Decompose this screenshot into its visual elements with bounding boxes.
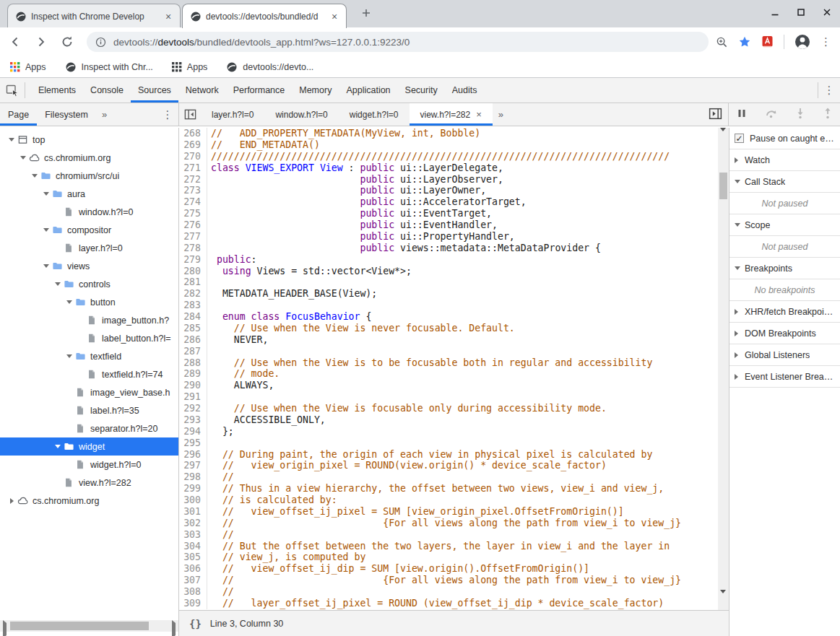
tab-memory[interactable]: Memory — [292, 78, 339, 103]
bookmark-item[interactable]: devtools://devto... — [226, 61, 313, 73]
code-text[interactable]: // layer_offset_ij_pixel = ROUND (view_o… — [207, 598, 664, 609]
code-text[interactable]: public ui::EventHandler, — [207, 219, 498, 231]
line-number[interactable]: 278 — [179, 243, 207, 254]
tree-item[interactable]: image_view_base.h — [0, 383, 178, 401]
bookmark-item[interactable]: Apps — [10, 62, 46, 72]
tab-network[interactable]: Network — [178, 78, 226, 103]
scrollbar-thumb[interactable] — [719, 173, 727, 199]
code-text[interactable]: // view_origin_pixel = ROUND(view.origin… — [207, 460, 607, 471]
line-number[interactable]: 309 — [179, 598, 207, 609]
tab-close-icon[interactable]: × — [329, 11, 340, 22]
browser-menu-button[interactable]: ⋮ — [820, 35, 831, 48]
navigator-tab-filesystem[interactable]: Filesystem — [37, 103, 96, 126]
section-header-event-listener-breakpoints[interactable]: Event Listener Breakpoints — [729, 366, 840, 388]
code-text[interactable]: ALWAYS, — [207, 380, 274, 391]
editor-tab[interactable]: view.h?l=282× — [410, 103, 493, 126]
zoom-icon[interactable] — [716, 36, 728, 48]
scroll-up-arrow[interactable] — [720, 131, 726, 144]
line-number[interactable]: 302 — [179, 518, 207, 529]
line-number[interactable]: 272 — [179, 174, 207, 186]
tree-item[interactable]: label_button.h?l= — [0, 329, 178, 347]
line-number[interactable]: 268 — [179, 128, 207, 139]
code-text[interactable]: // — [207, 471, 234, 483]
code-text[interactable]: // mode. — [207, 368, 280, 380]
editor-tab[interactable]: widget.h?l=0 — [339, 103, 410, 126]
line-number[interactable]: 284 — [179, 311, 207, 323]
tree-item[interactable]: window.h?l=0 — [0, 203, 178, 221]
line-number[interactable]: 281 — [179, 276, 207, 288]
code-text[interactable]: // view_j, is computed by — [207, 552, 365, 563]
tree-item[interactable]: top — [0, 131, 178, 149]
line-number[interactable]: 277 — [179, 231, 207, 243]
step-over-button[interactable] — [765, 108, 778, 122]
browser-tab[interactable]: Inspect with Chrome Develop× — [7, 4, 181, 28]
bookmark-item[interactable]: Apps — [172, 62, 208, 72]
line-number[interactable]: 290 — [179, 380, 207, 391]
minimize-button[interactable] — [771, 6, 779, 15]
line-number[interactable]: 285 — [179, 323, 207, 334]
line-number[interactable]: 276 — [179, 219, 207, 231]
line-number[interactable]: 299 — [179, 483, 207, 495]
tree-item[interactable]: cs.chromium.org — [0, 149, 178, 167]
line-number[interactable]: 294 — [179, 426, 207, 437]
code-text[interactable]: // {For all views along the path from vi… — [207, 518, 681, 529]
line-number[interactable]: 291 — [179, 391, 207, 403]
navigator-horizontal-scrollbar[interactable] — [0, 620, 178, 632]
line-number[interactable]: 282 — [179, 288, 207, 300]
bookmark-star-icon[interactable] — [738, 35, 751, 48]
tree-item[interactable]: label.h?l=35 — [0, 401, 178, 419]
code-text[interactable]: // ADD_PROPERTY_METADATA(MyView, int, Bo… — [207, 128, 480, 139]
line-number[interactable]: 274 — [179, 196, 207, 208]
address-bar[interactable]: devtools://devtools/bundled/devtools_app… — [87, 32, 709, 52]
tree-item[interactable]: compositor — [0, 221, 178, 239]
scroll-left-arrow[interactable] — [3, 623, 7, 636]
maximize-button[interactable] — [797, 6, 805, 15]
tree-item[interactable]: controls — [0, 275, 178, 293]
line-number[interactable]: 289 — [179, 368, 207, 380]
line-number[interactable]: 286 — [179, 334, 207, 346]
line-number[interactable]: 283 — [179, 300, 207, 311]
pause-script-button[interactable] — [736, 108, 748, 122]
code-text[interactable]: // Use when the View is never focusable.… — [207, 323, 515, 334]
tab-security[interactable]: Security — [398, 78, 445, 103]
section-header-breakpoints[interactable]: Breakpoints — [729, 258, 840, 279]
code-text[interactable]: // view_offset_ij_pixel = SUM [view_orig… — [207, 506, 624, 518]
code-text[interactable]: using Views = std::vector<View*>; — [207, 266, 412, 277]
tab-sources[interactable]: Sources — [131, 78, 178, 103]
editor-tab[interactable]: layer.h?l=0 — [201, 103, 264, 126]
code-text[interactable]: class VIEWS_EXPORT View : public ui::Lay… — [207, 162, 503, 174]
line-number[interactable]: 304 — [179, 541, 207, 552]
tree-item[interactable]: aura — [0, 185, 178, 203]
extension-icon[interactable] — [761, 35, 774, 48]
line-number[interactable]: 287 — [179, 346, 207, 357]
code-text[interactable]: ACCESSIBLE_ONLY, — [207, 414, 326, 426]
code-text[interactable]: // Thus in a view hierarchy, the offset … — [207, 483, 664, 495]
code-text[interactable]: enum class FocusBehavior { — [207, 311, 371, 323]
tree-item[interactable]: separator.h?l=20 — [0, 419, 178, 437]
tab-close-icon[interactable]: × — [476, 109, 482, 120]
tree-item[interactable]: widget.h?l=0 — [0, 456, 178, 474]
tree-item[interactable]: cs.chromium.org — [0, 492, 178, 510]
code-text[interactable]: public views::metadata::MetaDataProvider… — [207, 243, 601, 254]
section-header-call-stack[interactable]: Call Stack — [729, 171, 840, 193]
line-number[interactable]: 306 — [179, 563, 207, 575]
code-text[interactable]: public ui::LayerObserver, — [207, 174, 503, 186]
more-editor-tabs-button[interactable]: » — [493, 103, 509, 126]
tab-elements[interactable]: Elements — [31, 78, 83, 103]
tree-item[interactable]: textfield.h?l=74 — [0, 365, 178, 383]
code-text[interactable]: public: — [207, 254, 257, 266]
line-number[interactable]: 307 — [179, 575, 207, 586]
code-text[interactable]: // — [207, 529, 234, 541]
code-text[interactable]: // Use when the View is to be focusable … — [207, 357, 652, 369]
code-text[interactable] — [207, 346, 211, 357]
tab-audits[interactable]: Audits — [445, 78, 485, 103]
line-number[interactable]: 308 — [179, 586, 207, 598]
code-text[interactable]: public ui::PropertyHandler, — [207, 231, 515, 243]
show-drawer-button[interactable] — [708, 106, 723, 124]
code-text[interactable]: ////////////////////////////////////////… — [207, 151, 670, 162]
scrollbar-thumb[interactable] — [10, 622, 149, 630]
hide-navigator-button[interactable] — [179, 103, 201, 126]
tree-item[interactable]: view.h?l=282 — [0, 474, 178, 492]
more-navigator-tabs-button[interactable]: » — [96, 103, 113, 126]
line-number[interactable]: 297 — [179, 460, 207, 471]
